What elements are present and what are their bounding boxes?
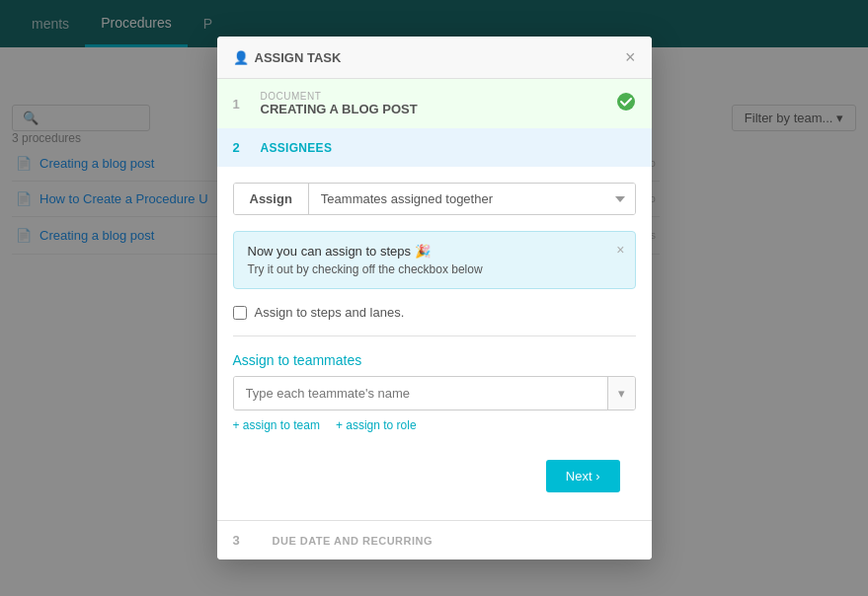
step-1-title: CREATING A BLOG POST [261,102,616,116]
assign-task-modal: 👤 ASSIGN TASK × 1 DOCUMENT CREATING A BL… [217,37,652,559]
assign-button[interactable]: Assign [234,184,309,214]
step-2-number: 2 [233,140,249,155]
step-3-title: DUE DATE AND RECURRING [273,535,434,547]
modal-body: Assign Teammates assigned together Teamm… [217,167,652,520]
assign-teammates-label: Assign to teammates [233,352,636,368]
info-box-title: Now you can assign to steps 🎉 [248,244,621,259]
step-1-label: DOCUMENT [261,91,616,102]
modal-overlay: 👤 ASSIGN TASK × 1 DOCUMENT CREATING A BL… [0,0,868,596]
info-box: Now you can assign to steps 🎉 Try it out… [233,231,636,289]
assign-teammates-highlight: teammates [293,352,361,368]
step-2-title: ASSIGNEES [261,141,636,155]
assign-steps-label: Assign to steps and lanes. [255,305,405,320]
info-box-subtitle: Try it out by checking off the checkbox … [248,262,621,276]
step-3-number: 3 [233,533,249,548]
step-1-document: 1 DOCUMENT CREATING A BLOG POST [217,79,652,128]
step-2-assignees: 2 ASSIGNEES [217,128,652,167]
assign-steps-checkbox-row: Assign to steps and lanes. [233,305,636,336]
assign-steps-checkbox[interactable] [233,306,247,320]
modal-footer: Next › [233,448,636,504]
teammate-name-input[interactable] [234,377,607,410]
step-3-due-date: 3 DUE DATE AND RECURRING [217,520,652,559]
svg-point-0 [617,93,635,111]
step-1-checkmark [616,92,636,116]
next-button[interactable]: Next › [546,460,620,492]
step-1-number: 1 [233,97,249,112]
assign-to-team-link[interactable]: + assign to team [233,418,320,432]
assign-mode-select[interactable]: Teammates assigned together Teammates as… [309,184,635,214]
chevron-down-icon: ▾ [618,386,625,401]
assign-row: Assign Teammates assigned together Teamm… [233,183,636,215]
modal-close-button[interactable]: × [625,48,636,66]
modal-title: 👤 ASSIGN TASK [233,50,342,65]
teammate-input-container: ▾ [233,376,636,410]
assign-to-role-link[interactable]: + assign to role [336,418,417,432]
links-row: + assign to team + assign to role [233,418,636,432]
assign-teammates-section: Assign to teammates ▾ + assign to team [233,352,636,432]
user-icon: 👤 [233,50,249,65]
info-box-close-button[interactable]: × [616,242,624,258]
teammate-dropdown-button[interactable]: ▾ [607,377,635,410]
modal-header: 👤 ASSIGN TASK × [217,37,652,79]
